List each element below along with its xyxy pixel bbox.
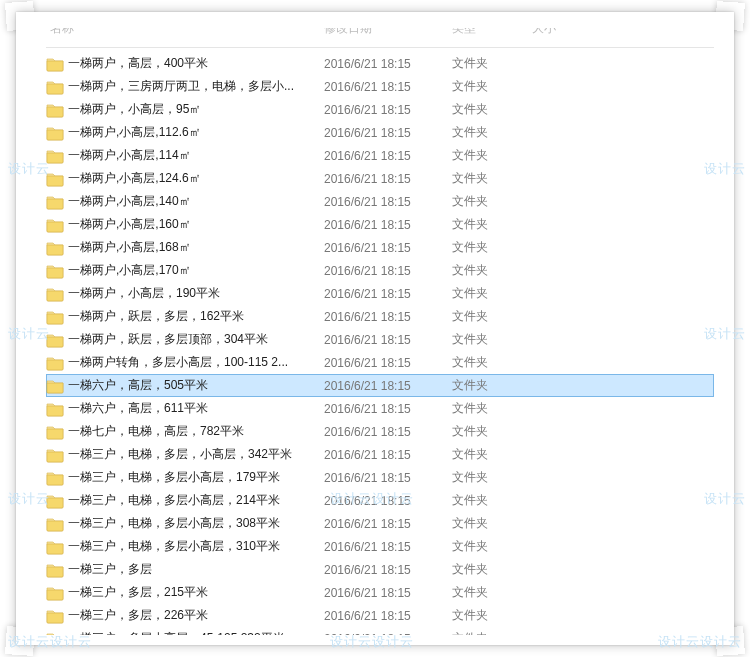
folder-icon bbox=[46, 240, 64, 256]
file-type: 文件夹 bbox=[452, 607, 532, 624]
file-date: 2016/6/21 18:15 bbox=[324, 609, 452, 623]
table-row[interactable]: 一梯两户,小高层,112.6㎡2016/6/21 18:15文件夹 bbox=[46, 121, 714, 144]
file-type: 文件夹 bbox=[452, 147, 532, 164]
file-date: 2016/6/21 18:15 bbox=[324, 333, 452, 347]
file-type: 文件夹 bbox=[452, 101, 532, 118]
table-row[interactable]: 一梯两户转角，多层小高层，100-115 2...2016/6/21 18:15… bbox=[46, 351, 714, 374]
file-date: 2016/6/21 18:15 bbox=[324, 586, 452, 600]
table-row[interactable]: 一梯两户，小高层，95㎡2016/6/21 18:15文件夹 bbox=[46, 98, 714, 121]
table-row[interactable]: 一梯两户,小高层,124.6㎡2016/6/21 18:15文件夹 bbox=[46, 167, 714, 190]
file-name: 一梯两户,小高层,114㎡ bbox=[68, 147, 324, 164]
file-name: 一梯两户,小高层,140㎡ bbox=[68, 193, 324, 210]
file-date: 2016/6/21 18:15 bbox=[324, 241, 452, 255]
folder-icon bbox=[46, 378, 64, 394]
file-date: 2016/6/21 18:15 bbox=[324, 540, 452, 554]
file-name: 一梯两户，三房两厅两卫，电梯，多层小... bbox=[68, 78, 324, 95]
header-name[interactable]: 名称 bbox=[46, 28, 324, 39]
file-date: 2016/6/21 18:15 bbox=[324, 356, 452, 370]
file-name: 一梯两户，跃层，多层顶部，304平米 bbox=[68, 331, 324, 348]
table-row[interactable]: 一梯两户，跃层，多层顶部，304平米2016/6/21 18:15文件夹 bbox=[46, 328, 714, 351]
file-date: 2016/6/21 18:15 bbox=[324, 126, 452, 140]
table-row[interactable]: 一梯三户，电梯，多层，小高层，342平米2016/6/21 18:15文件夹 bbox=[46, 443, 714, 466]
file-name: 一梯两户，小高层，190平米 bbox=[68, 285, 324, 302]
file-name: 一梯三户，电梯，多层，小高层，342平米 bbox=[68, 446, 324, 463]
file-name: 一梯两户,小高层,124.6㎡ bbox=[68, 170, 324, 187]
file-name: 一梯三户，多层，226平米 bbox=[68, 607, 324, 624]
file-date: 2016/6/21 18:15 bbox=[324, 425, 452, 439]
file-type: 文件夹 bbox=[452, 584, 532, 601]
table-row[interactable]: 一梯两户,小高层,168㎡2016/6/21 18:15文件夹 bbox=[46, 236, 714, 259]
file-name: 一梯三户，多层 bbox=[68, 561, 324, 578]
table-row[interactable]: 一梯两户,小高层,170㎡2016/6/21 18:15文件夹 bbox=[46, 259, 714, 282]
header-size[interactable]: 大小 bbox=[532, 28, 612, 39]
file-date: 2016/6/21 18:15 bbox=[324, 80, 452, 94]
folder-icon bbox=[46, 194, 64, 210]
file-list[interactable]: 名称 修改日期 类型 大小 一梯两户，高层，400平米2016/6/21 18:… bbox=[46, 28, 714, 635]
file-type: 文件夹 bbox=[452, 170, 532, 187]
table-row[interactable]: 一梯三户，多层，215平米2016/6/21 18:15文件夹 bbox=[46, 581, 714, 604]
file-type: 文件夹 bbox=[452, 515, 532, 532]
table-row[interactable]: 一梯两户,小高层,140㎡2016/6/21 18:15文件夹 bbox=[46, 190, 714, 213]
folder-icon bbox=[46, 102, 64, 118]
explorer-frame: 名称 修改日期 类型 大小 一梯两户，高层，400平米2016/6/21 18:… bbox=[16, 12, 734, 645]
folder-icon bbox=[46, 631, 64, 636]
folder-icon bbox=[46, 608, 64, 624]
table-row[interactable]: 一梯两户，高层，400平米2016/6/21 18:15文件夹 bbox=[46, 52, 714, 75]
file-name: 一梯三户，多层小高层，45-105 232平米 bbox=[68, 630, 324, 635]
folder-icon bbox=[46, 171, 64, 187]
file-name: 一梯两户,小高层,168㎡ bbox=[68, 239, 324, 256]
file-type: 文件夹 bbox=[452, 423, 532, 440]
folder-icon bbox=[46, 401, 64, 417]
file-name: 一梯三户，电梯，多层小高层，308平米 bbox=[68, 515, 324, 532]
table-row[interactable]: 一梯七户，电梯，高层，782平米2016/6/21 18:15文件夹 bbox=[46, 420, 714, 443]
table-row[interactable]: 一梯三户，多层小高层，45-105 232平米2016/6/21 18:15文件… bbox=[46, 627, 714, 635]
table-row[interactable]: 一梯三户，电梯，多层小高层，308平米2016/6/21 18:15文件夹 bbox=[46, 512, 714, 535]
file-name: 一梯两户转角，多层小高层，100-115 2... bbox=[68, 354, 324, 371]
file-name: 一梯两户,小高层,160㎡ bbox=[68, 216, 324, 233]
folder-icon bbox=[46, 447, 64, 463]
folder-icon bbox=[46, 263, 64, 279]
file-date: 2016/6/21 18:15 bbox=[324, 471, 452, 485]
table-row[interactable]: 一梯三户，电梯，多层小高层，179平米2016/6/21 18:15文件夹 bbox=[46, 466, 714, 489]
folder-icon bbox=[46, 516, 64, 532]
table-row[interactable]: 一梯两户，三房两厅两卫，电梯，多层小...2016/6/21 18:15文件夹 bbox=[46, 75, 714, 98]
file-type: 文件夹 bbox=[452, 216, 532, 233]
folder-icon bbox=[46, 56, 64, 72]
table-row[interactable]: 一梯两户,小高层,160㎡2016/6/21 18:15文件夹 bbox=[46, 213, 714, 236]
file-name: 一梯两户,小高层,170㎡ bbox=[68, 262, 324, 279]
file-date: 2016/6/21 18:15 bbox=[324, 103, 452, 117]
file-type: 文件夹 bbox=[452, 262, 532, 279]
file-type: 文件夹 bbox=[452, 492, 532, 509]
folder-icon bbox=[46, 424, 64, 440]
file-date: 2016/6/21 18:15 bbox=[324, 448, 452, 462]
file-date: 2016/6/21 18:15 bbox=[324, 517, 452, 531]
table-row[interactable]: 一梯两户，小高层，190平米2016/6/21 18:15文件夹 bbox=[46, 282, 714, 305]
file-date: 2016/6/21 18:15 bbox=[324, 379, 452, 393]
file-date: 2016/6/21 18:15 bbox=[324, 632, 452, 636]
file-type: 文件夹 bbox=[452, 308, 532, 325]
table-row[interactable]: 一梯六户，高层，611平米2016/6/21 18:15文件夹 bbox=[46, 397, 714, 420]
table-row[interactable]: 一梯三户，多层2016/6/21 18:15文件夹 bbox=[46, 558, 714, 581]
header-date[interactable]: 修改日期 bbox=[324, 28, 452, 39]
file-name: 一梯两户，小高层，95㎡ bbox=[68, 101, 324, 118]
file-name: 一梯三户，多层，215平米 bbox=[68, 584, 324, 601]
table-row[interactable]: 一梯两户,小高层,114㎡2016/6/21 18:15文件夹 bbox=[46, 144, 714, 167]
file-type: 文件夹 bbox=[452, 354, 532, 371]
file-name: 一梯三户，电梯，多层小高层，310平米 bbox=[68, 538, 324, 555]
file-date: 2016/6/21 18:15 bbox=[324, 195, 452, 209]
folder-icon bbox=[46, 125, 64, 141]
folder-icon bbox=[46, 79, 64, 95]
header-type[interactable]: 类型 bbox=[452, 28, 532, 39]
table-row[interactable]: 一梯三户，电梯，多层小高层，310平米2016/6/21 18:15文件夹 bbox=[46, 535, 714, 558]
file-type: 文件夹 bbox=[452, 55, 532, 72]
file-name: 一梯三户，电梯，多层小高层，179平米 bbox=[68, 469, 324, 486]
table-row[interactable]: 一梯两户，跃层，多层，162平米2016/6/21 18:15文件夹 bbox=[46, 305, 714, 328]
file-type: 文件夹 bbox=[452, 377, 532, 394]
file-date: 2016/6/21 18:15 bbox=[324, 218, 452, 232]
file-type: 文件夹 bbox=[452, 331, 532, 348]
table-row[interactable]: 一梯三户，电梯，多层小高层，214平米2016/6/21 18:15文件夹 bbox=[46, 489, 714, 512]
table-row[interactable]: 一梯三户，多层，226平米2016/6/21 18:15文件夹 bbox=[46, 604, 714, 627]
table-row[interactable]: 一梯六户，高层，505平米2016/6/21 18:15文件夹 bbox=[46, 374, 714, 397]
file-date: 2016/6/21 18:15 bbox=[324, 149, 452, 163]
column-headers[interactable]: 名称 修改日期 类型 大小 bbox=[46, 28, 714, 48]
